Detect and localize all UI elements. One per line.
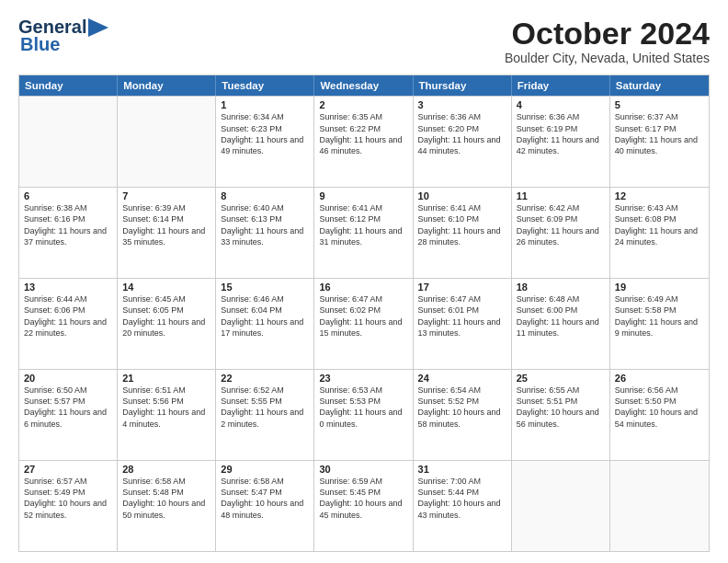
calendar-day-31: 31Sunrise: 7:00 AMSunset: 5:44 PMDayligh… <box>414 461 512 551</box>
day-number: 8 <box>221 190 309 201</box>
day-number: 24 <box>418 373 506 384</box>
calendar-day-12: 12Sunrise: 6:43 AMSunset: 6:08 PMDayligh… <box>610 188 709 278</box>
calendar-day-14: 14Sunrise: 6:45 AMSunset: 6:05 PMDayligh… <box>118 279 216 369</box>
calendar-day-28: 28Sunrise: 6:58 AMSunset: 5:48 PMDayligh… <box>118 461 216 551</box>
day-number: 23 <box>319 373 407 384</box>
day-details: Sunrise: 6:46 AMSunset: 6:04 PMDaylight:… <box>221 294 303 337</box>
calendar-day-16: 16Sunrise: 6:47 AMSunset: 6:02 PMDayligh… <box>314 279 413 369</box>
page: General Blue October 2024 Boulder City, … <box>0 0 728 563</box>
day-details: Sunrise: 6:40 AMSunset: 6:13 PMDaylight:… <box>221 203 303 246</box>
day-details: Sunrise: 6:54 AMSunset: 5:52 PMDaylight:… <box>418 385 501 428</box>
calendar-day-10: 10Sunrise: 6:41 AMSunset: 6:10 PMDayligh… <box>414 188 512 278</box>
day-number: 31 <box>418 464 506 475</box>
calendar-title: October 2024 <box>505 17 710 51</box>
day-details: Sunrise: 6:53 AMSunset: 5:53 PMDaylight:… <box>319 385 402 428</box>
calendar-day-13: 13Sunrise: 6:44 AMSunset: 6:06 PMDayligh… <box>19 279 118 369</box>
calendar-day-22: 22Sunrise: 6:52 AMSunset: 5:55 PMDayligh… <box>216 370 314 460</box>
calendar-day-3: 3Sunrise: 6:36 AMSunset: 6:20 PMDaylight… <box>414 97 512 187</box>
svg-marker-0 <box>88 18 108 37</box>
header: General Blue October 2024 Boulder City, … <box>18 17 710 65</box>
day-number: 20 <box>24 373 112 384</box>
logo: General Blue <box>18 17 108 55</box>
calendar-day-8: 8Sunrise: 6:40 AMSunset: 6:13 PMDaylight… <box>216 188 314 278</box>
day-number: 17 <box>418 282 506 293</box>
day-number: 3 <box>418 99 506 110</box>
day-details: Sunrise: 6:58 AMSunset: 5:48 PMDaylight:… <box>122 477 205 519</box>
day-details: Sunrise: 6:34 AMSunset: 6:23 PMDaylight:… <box>221 112 303 155</box>
day-details: Sunrise: 6:47 AMSunset: 6:02 PMDaylight:… <box>319 294 402 337</box>
day-number: 29 <box>221 464 309 475</box>
calendar: Sunday Monday Tuesday Wednesday Thursday… <box>18 75 710 552</box>
day-number: 5 <box>615 99 704 110</box>
day-number: 16 <box>319 282 407 293</box>
calendar-empty-cell <box>118 97 216 187</box>
day-number: 26 <box>615 373 704 384</box>
logo-blue: Blue <box>20 34 60 55</box>
day-details: Sunrise: 6:47 AMSunset: 6:01 PMDaylight:… <box>418 294 501 337</box>
day-number: 10 <box>418 190 506 201</box>
day-details: Sunrise: 6:42 AMSunset: 6:09 PMDaylight:… <box>517 203 599 246</box>
calendar-day-29: 29Sunrise: 6:58 AMSunset: 5:47 PMDayligh… <box>216 461 314 551</box>
calendar-empty-cell <box>512 461 610 551</box>
day-number: 6 <box>24 190 112 201</box>
calendar-empty-cell <box>610 461 709 551</box>
title-block: October 2024 Boulder City, Nevada, Unite… <box>505 17 710 65</box>
day-details: Sunrise: 6:57 AMSunset: 5:49 PMDaylight:… <box>24 477 107 519</box>
day-details: Sunrise: 7:00 AMSunset: 5:44 PMDaylight:… <box>418 477 501 519</box>
day-details: Sunrise: 6:41 AMSunset: 6:12 PMDaylight:… <box>319 203 402 246</box>
calendar-week-3: 13Sunrise: 6:44 AMSunset: 6:06 PMDayligh… <box>19 278 709 369</box>
day-details: Sunrise: 6:56 AMSunset: 5:50 PMDaylight:… <box>615 385 698 428</box>
calendar-day-17: 17Sunrise: 6:47 AMSunset: 6:01 PMDayligh… <box>414 279 512 369</box>
day-details: Sunrise: 6:35 AMSunset: 6:22 PMDaylight:… <box>319 112 402 155</box>
day-number: 7 <box>122 190 210 201</box>
calendar-week-2: 6Sunrise: 6:38 AMSunset: 6:16 PMDaylight… <box>19 187 709 278</box>
day-details: Sunrise: 6:55 AMSunset: 5:51 PMDaylight:… <box>517 385 599 428</box>
calendar-day-23: 23Sunrise: 6:53 AMSunset: 5:53 PMDayligh… <box>314 370 413 460</box>
day-details: Sunrise: 6:49 AMSunset: 5:58 PMDaylight:… <box>615 294 698 337</box>
header-thursday: Thursday <box>414 75 512 96</box>
day-details: Sunrise: 6:36 AMSunset: 6:20 PMDaylight:… <box>418 112 501 155</box>
day-number: 22 <box>221 373 309 384</box>
day-details: Sunrise: 6:36 AMSunset: 6:19 PMDaylight:… <box>517 112 599 155</box>
header-wednesday: Wednesday <box>314 75 413 96</box>
calendar-day-4: 4Sunrise: 6:36 AMSunset: 6:19 PMDaylight… <box>512 97 610 187</box>
calendar-week-5: 27Sunrise: 6:57 AMSunset: 5:49 PMDayligh… <box>19 460 709 551</box>
day-number: 4 <box>517 99 605 110</box>
calendar-week-4: 20Sunrise: 6:50 AMSunset: 5:57 PMDayligh… <box>19 369 709 460</box>
day-details: Sunrise: 6:39 AMSunset: 6:14 PMDaylight:… <box>122 203 205 246</box>
calendar-body: 1Sunrise: 6:34 AMSunset: 6:23 PMDaylight… <box>19 96 709 551</box>
day-details: Sunrise: 6:45 AMSunset: 6:05 PMDaylight:… <box>122 294 205 337</box>
day-number: 21 <box>122 373 210 384</box>
calendar-day-9: 9Sunrise: 6:41 AMSunset: 6:12 PMDaylight… <box>314 188 413 278</box>
day-details: Sunrise: 6:43 AMSunset: 6:08 PMDaylight:… <box>615 203 698 246</box>
day-number: 18 <box>517 282 605 293</box>
day-details: Sunrise: 6:58 AMSunset: 5:47 PMDaylight:… <box>221 477 303 519</box>
day-details: Sunrise: 6:37 AMSunset: 6:17 PMDaylight:… <box>615 112 698 155</box>
day-details: Sunrise: 6:38 AMSunset: 6:16 PMDaylight:… <box>24 203 107 246</box>
calendar-day-11: 11Sunrise: 6:42 AMSunset: 6:09 PMDayligh… <box>512 188 610 278</box>
calendar-location: Boulder City, Nevada, United States <box>505 51 710 65</box>
day-number: 28 <box>122 464 210 475</box>
calendar-day-18: 18Sunrise: 6:48 AMSunset: 6:00 PMDayligh… <box>512 279 610 369</box>
calendar-day-27: 27Sunrise: 6:57 AMSunset: 5:49 PMDayligh… <box>19 461 118 551</box>
calendar-header-row: Sunday Monday Tuesday Wednesday Thursday… <box>19 75 709 96</box>
day-number: 25 <box>517 373 605 384</box>
logo-arrow-icon <box>88 18 108 37</box>
calendar-day-19: 19Sunrise: 6:49 AMSunset: 5:58 PMDayligh… <box>610 279 709 369</box>
header-sunday: Sunday <box>19 75 118 96</box>
day-details: Sunrise: 6:50 AMSunset: 5:57 PMDaylight:… <box>24 385 107 428</box>
day-number: 11 <box>517 190 605 201</box>
header-friday: Friday <box>512 75 610 96</box>
calendar-week-1: 1Sunrise: 6:34 AMSunset: 6:23 PMDaylight… <box>19 96 709 187</box>
day-number: 14 <box>122 282 210 293</box>
header-tuesday: Tuesday <box>216 75 314 96</box>
day-number: 30 <box>319 464 407 475</box>
day-details: Sunrise: 6:59 AMSunset: 5:45 PMDaylight:… <box>319 477 402 519</box>
day-number: 2 <box>319 99 407 110</box>
day-number: 12 <box>615 190 704 201</box>
calendar-day-15: 15Sunrise: 6:46 AMSunset: 6:04 PMDayligh… <box>216 279 314 369</box>
day-number: 15 <box>221 282 309 293</box>
day-number: 27 <box>24 464 112 475</box>
calendar-day-24: 24Sunrise: 6:54 AMSunset: 5:52 PMDayligh… <box>414 370 512 460</box>
header-monday: Monday <box>118 75 216 96</box>
